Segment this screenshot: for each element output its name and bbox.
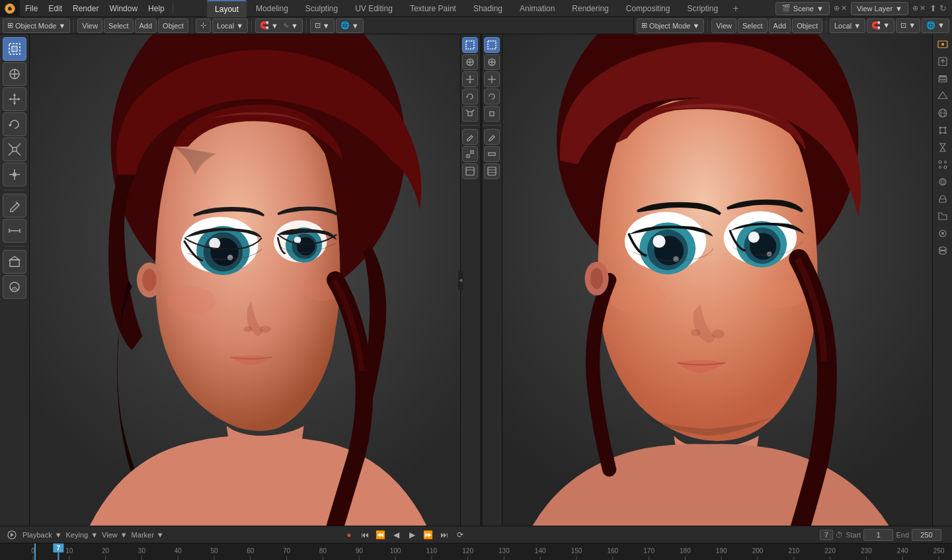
- cursor-tool[interactable]: [3, 62, 26, 86]
- vl-scale-btn[interactable]: [462, 106, 478, 122]
- snap-btn-left[interactable]: 🧲 ▼ ∿ ▼: [255, 19, 303, 33]
- prop-data[interactable]: [935, 209, 950, 223]
- select-menu-right[interactable]: Select: [738, 19, 768, 33]
- tab-scripting[interactable]: Scripting: [679, 0, 726, 17]
- timeline-ruler[interactable]: [0, 543, 952, 560]
- play-btn[interactable]: ▶: [406, 528, 419, 541]
- tab-texture-paint[interactable]: Texture Paint: [402, 0, 464, 17]
- playback-dropdown[interactable]: Playback ▼: [22, 531, 62, 539]
- transform-select-left[interactable]: ⊹: [196, 19, 211, 33]
- sync-icon[interactable]: ↻: [939, 3, 947, 13]
- overlay-right[interactable]: ⊡ ▼: [896, 19, 920, 33]
- vl-rotate-btn[interactable]: [462, 89, 478, 104]
- tab-shading[interactable]: Shading: [465, 0, 510, 17]
- timeline-mode-btn[interactable]: [5, 528, 19, 541]
- object-menu-right[interactable]: Object: [792, 19, 822, 33]
- loop-btn[interactable]: ⟳: [454, 528, 467, 541]
- prop-constraints[interactable]: [935, 192, 950, 206]
- record-btn[interactable]: ●: [342, 528, 356, 541]
- vr-annotate-btn[interactable]: [484, 129, 500, 145]
- tab-animation[interactable]: Animation: [512, 0, 563, 17]
- vl-transform-btn[interactable]: [462, 146, 478, 162]
- jump-start-btn[interactable]: ⏮: [358, 528, 372, 541]
- vr-cursor-btn[interactable]: [484, 54, 500, 70]
- render-icon[interactable]: ⬆: [930, 3, 937, 13]
- shading-right[interactable]: 🌐 ▼: [922, 19, 949, 33]
- app-logo[interactable]: [0, 0, 20, 17]
- view-menu-right[interactable]: View: [711, 19, 736, 33]
- scene-copy-icon[interactable]: ⊕: [834, 4, 840, 13]
- vl-move-btn[interactable]: [462, 71, 478, 87]
- menu-window[interactable]: Window: [104, 0, 143, 17]
- view-layer-copy-icon[interactable]: ⊕: [912, 4, 918, 13]
- shading-btn-left[interactable]: 🌐 ▼: [336, 19, 364, 33]
- snap-right[interactable]: 🧲 ▼: [867, 19, 894, 33]
- select-box-tool[interactable]: [3, 37, 26, 61]
- jump-end-btn[interactable]: ⏭: [438, 528, 451, 541]
- view-layer-delete-icon[interactable]: ✕: [920, 4, 926, 13]
- move-tool[interactable]: [3, 87, 26, 111]
- tab-layout[interactable]: Layout: [207, 0, 247, 17]
- play-reverse-btn[interactable]: ◀: [390, 528, 403, 541]
- transform-space-left[interactable]: Local ▼: [212, 19, 248, 33]
- mode-selector-right[interactable]: ⊞ Object Mode ▼: [637, 19, 704, 33]
- add-menu-right[interactable]: Add: [769, 19, 791, 33]
- tab-uv-editing[interactable]: UV Editing: [347, 0, 401, 17]
- mode-selector-left[interactable]: ⊞ Object Mode ▼: [3, 19, 70, 33]
- scene-delete-icon[interactable]: ✕: [841, 4, 847, 13]
- vr-select-btn[interactable]: [484, 37, 500, 53]
- viewport-collapse-handle-left[interactable]: ◀: [458, 270, 463, 290]
- next-keyframe-btn[interactable]: ⏩: [422, 528, 435, 541]
- scale-tool[interactable]: [3, 138, 26, 161]
- transform-tool[interactable]: [3, 163, 26, 186]
- viewport-left[interactable]: ◀: [30, 34, 480, 526]
- viewport-right[interactable]: [483, 34, 933, 526]
- tab-compositing[interactable]: Compositing: [618, 0, 678, 17]
- prop-physics[interactable]: [935, 175, 950, 189]
- vl-annotate-btn[interactable]: [462, 129, 478, 145]
- prop-view-layer[interactable]: [935, 71, 950, 86]
- vr-scale-btn[interactable]: [484, 106, 500, 122]
- end-frame-input[interactable]: [912, 529, 941, 541]
- view-layer-selector[interactable]: View Layer ▼: [851, 2, 908, 15]
- prop-scene[interactable]: [935, 89, 950, 103]
- keying-dropdown[interactable]: Keying ▼: [66, 531, 99, 539]
- marker-dropdown[interactable]: Marker ▼: [132, 531, 164, 539]
- add-workspace-button[interactable]: +: [727, 0, 744, 17]
- transform-space-right[interactable]: Local ▼: [830, 19, 865, 33]
- menu-edit[interactable]: Edit: [43, 0, 67, 17]
- prop-material[interactable]: [935, 226, 950, 241]
- add-menu-left[interactable]: Add: [135, 19, 157, 33]
- shade-tool[interactable]: [3, 275, 26, 299]
- current-frame-display[interactable]: 7: [820, 530, 833, 540]
- view-menu-left[interactable]: View: [77, 19, 102, 33]
- tab-rendering[interactable]: Rendering: [564, 0, 616, 17]
- menu-file[interactable]: File: [20, 0, 43, 17]
- vr-measure-btn[interactable]: [484, 146, 500, 162]
- prop-output[interactable]: [935, 54, 950, 69]
- measure-tool[interactable]: [3, 219, 26, 243]
- prop-render[interactable]: [935, 37, 950, 52]
- overlay-btn-left[interactable]: ⊡ ▼: [310, 19, 335, 33]
- menu-help[interactable]: Help: [143, 0, 170, 17]
- add-primitive-tool[interactable]: [3, 250, 26, 274]
- tab-sculpting[interactable]: Sculpting: [298, 0, 346, 17]
- prop-object[interactable]: [935, 123, 950, 138]
- menu-render[interactable]: Render: [67, 0, 104, 17]
- prop-particles[interactable]: [935, 157, 950, 172]
- vr-rotate-btn[interactable]: [484, 89, 500, 104]
- prev-keyframe-btn[interactable]: ⏪: [374, 528, 387, 541]
- annotate-tool[interactable]: [3, 194, 26, 218]
- select-menu-left[interactable]: Select: [104, 19, 134, 33]
- object-menu-left[interactable]: Object: [158, 19, 188, 33]
- vr-extra-btn[interactable]: [484, 163, 500, 179]
- tab-modeling[interactable]: Modeling: [248, 0, 296, 17]
- vl-cursor-btn[interactable]: [462, 54, 478, 70]
- start-frame-input[interactable]: [863, 529, 893, 541]
- vl-extra-btn[interactable]: [462, 163, 478, 179]
- rotate-tool[interactable]: [3, 112, 26, 136]
- vl-select-btn[interactable]: [462, 37, 478, 53]
- prop-modifier[interactable]: [935, 140, 950, 155]
- view-dropdown[interactable]: View ▼: [102, 531, 128, 539]
- prop-object-data[interactable]: [935, 243, 950, 258]
